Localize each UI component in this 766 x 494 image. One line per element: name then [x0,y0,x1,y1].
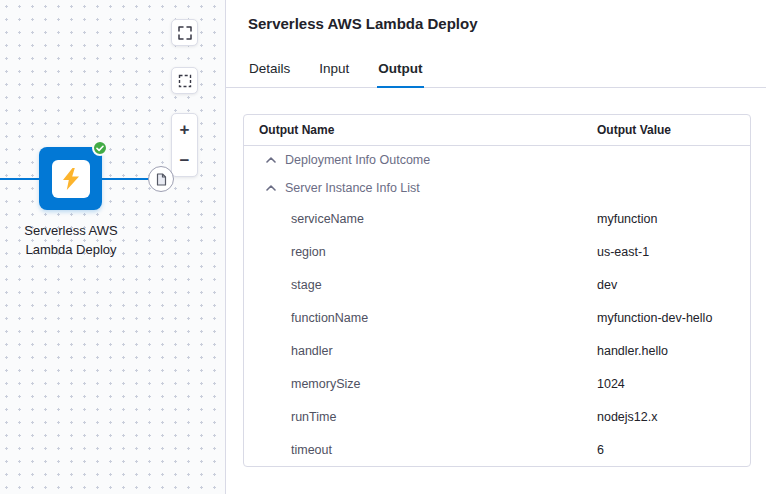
table-row: region us-east-1 [244,235,750,268]
output-name: stage [244,278,597,292]
output-name: runTime [244,410,597,424]
table-row: memorySize 1024 [244,367,750,400]
output-name: memorySize [244,377,597,391]
tab-input[interactable]: Input [318,53,350,87]
node-attachment-button[interactable] [148,166,174,192]
table-header-row: Output Name Output Value [244,115,750,146]
zoom-controls: + − [171,113,198,177]
pipeline-canvas[interactable]: + − Serverless AWS Lambda Deploy [0,0,226,494]
tab-bar: Details Input Output [226,53,766,88]
group-server-instance-info-list[interactable]: Server Instance Info List [244,174,750,202]
zoom-in-button[interactable]: + [172,114,197,145]
step-detail-panel: Serverless AWS Lambda Deploy Details Inp… [226,0,766,494]
node-label: Serverless AWS Lambda Deploy [0,221,142,259]
edge-outgoing [101,178,149,180]
output-value: nodejs12.x [597,410,750,424]
edge-incoming [0,178,39,180]
output-table: Output Name Output Value Deployment Info… [243,114,751,467]
group-label: Server Instance Info List [285,181,420,195]
table-row: stage dev [244,268,750,301]
table-row: runTime nodejs12.x [244,400,750,433]
expand-icon [178,26,192,40]
zoom-out-button[interactable]: − [172,145,197,176]
output-value: dev [597,278,750,292]
output-value: us-east-1 [597,245,750,259]
chevron-up-icon [266,185,276,191]
table-row: functionName myfunction-dev-hello [244,301,750,334]
output-name: functionName [244,311,597,325]
column-header-output-value: Output Value [597,123,750,137]
document-icon [156,173,167,186]
output-value: handler.hello [597,344,750,358]
group-label: Deployment Info Outcome [285,153,430,167]
output-name: region [244,245,597,259]
tab-details[interactable]: Details [248,53,291,87]
output-value: 1024 [597,377,750,391]
output-value: 6 [597,443,750,457]
canvas-fit-button[interactable] [171,19,198,46]
table-row: timeout 6 [244,433,750,466]
node-serverless-aws-lambda-deploy[interactable] [39,147,102,210]
output-value: myfunction-dev-hello [597,311,750,325]
output-name: serviceName [244,212,597,226]
marquee-select-icon [178,74,192,88]
canvas-select-button[interactable] [171,67,198,94]
output-value: myfunction [597,212,750,226]
chevron-up-icon [266,157,276,163]
group-deployment-info-outcome[interactable]: Deployment Info Outcome [244,146,750,174]
success-badge [92,140,108,156]
output-name: handler [244,344,597,358]
panel-title: Serverless AWS Lambda Deploy [226,0,766,32]
table-row: handler handler.hello [244,334,750,367]
output-name: timeout [244,443,597,457]
tab-output[interactable]: Output [377,53,423,88]
table-row: serviceName myfunction [244,202,750,235]
serverless-lambda-icon [52,160,90,198]
column-header-output-name: Output Name [244,123,597,137]
